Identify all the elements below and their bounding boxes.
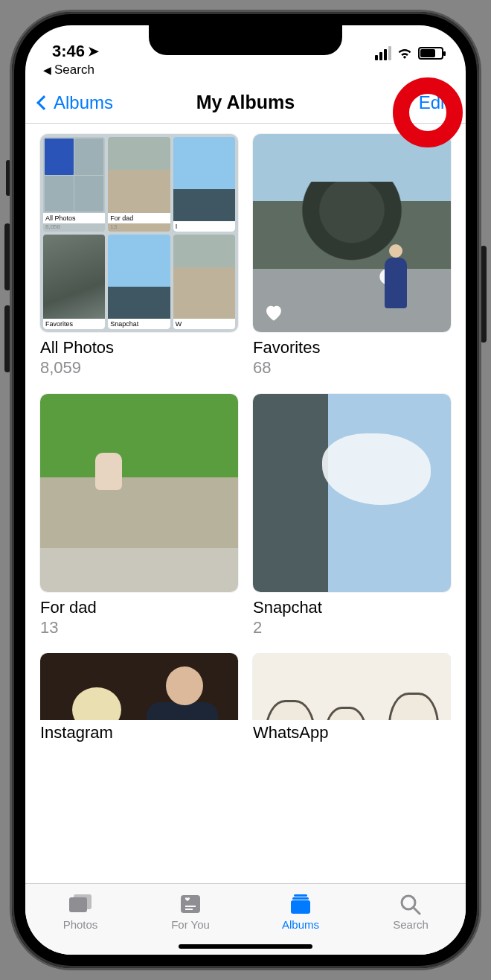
album-title: All Photos	[40, 338, 238, 357]
albums-grid[interactable]: All Photos8,058 For dad13 I Favorites Sn…	[25, 124, 466, 880]
page-title: My Albums	[196, 92, 295, 113]
back-button[interactable]: Albums	[39, 92, 113, 113]
power-button	[481, 246, 487, 343]
album-thumbnail	[253, 134, 451, 332]
album-count: 2	[253, 617, 451, 639]
tab-label: Albums	[282, 918, 319, 931]
album-thumbnail	[253, 653, 451, 720]
svg-rect-3	[294, 894, 307, 897]
album-thumbnail: All Photos8,058 For dad13 I Favorites Sn…	[40, 134, 238, 332]
album-thumbnail	[40, 653, 238, 720]
tab-albums[interactable]: Albums	[246, 884, 356, 940]
album-title: Favorites	[253, 338, 451, 357]
album-count: 13	[40, 617, 238, 639]
album-title: Instagram	[40, 723, 238, 742]
tab-photos[interactable]: Photos	[25, 884, 135, 940]
album-title: Snapchat	[253, 598, 451, 617]
albums-icon	[288, 893, 313, 915]
volume-up-button	[4, 223, 10, 290]
breadcrumb[interactable]: ◀ Search	[25, 63, 466, 82]
tab-foryou[interactable]: For You	[135, 884, 246, 940]
phone-frame: 3:46 ➤ ◀ Search Albums My Al	[12, 12, 479, 968]
chevron-left-icon	[36, 95, 51, 110]
svg-rect-4	[292, 897, 309, 900]
album-item[interactable]: For dad 13	[40, 394, 238, 639]
tab-bar: Photos For You Albums Search	[25, 883, 466, 955]
photos-icon	[68, 893, 93, 915]
location-icon: ➤	[88, 43, 99, 60]
volume-down-button	[4, 305, 10, 372]
album-item[interactable]: Favorites 68	[253, 134, 451, 379]
nav-bar: Albums My Albums Edit	[25, 82, 466, 124]
breadcrumb-back-icon: ◀	[43, 64, 51, 76]
album-count: 8,059	[40, 357, 238, 379]
svg-rect-2	[181, 895, 200, 913]
back-label: Albums	[54, 92, 113, 113]
foryou-icon	[178, 893, 203, 915]
status-time: 3:46	[52, 42, 85, 61]
battery-icon	[418, 47, 443, 60]
silence-switch	[6, 160, 10, 196]
cellular-signal-icon	[375, 46, 391, 60]
home-indicator[interactable]	[179, 944, 312, 949]
tab-label: Search	[393, 918, 429, 931]
svg-rect-1	[74, 894, 92, 909]
tab-label: For You	[171, 918, 210, 931]
tab-search[interactable]: Search	[356, 884, 466, 940]
breadcrumb-label: Search	[54, 63, 94, 77]
album-thumbnail	[40, 394, 238, 592]
album-title: WhatsApp	[253, 723, 451, 742]
album-item[interactable]: Instagram	[40, 653, 238, 720]
edit-button[interactable]: Edit	[419, 92, 449, 113]
search-icon	[398, 893, 423, 915]
album-item[interactable]: All Photos8,058 For dad13 I Favorites Sn…	[40, 134, 238, 379]
svg-rect-5	[291, 900, 310, 914]
svg-line-7	[414, 908, 420, 914]
heart-icon	[263, 302, 284, 323]
album-thumbnail	[253, 394, 451, 592]
screen: 3:46 ➤ ◀ Search Albums My Al	[25, 25, 466, 955]
notch	[149, 25, 342, 55]
tab-label: Photos	[63, 918, 98, 931]
album-item[interactable]: Snapchat 2	[253, 394, 451, 639]
album-count: 68	[253, 357, 451, 379]
album-title: For dad	[40, 598, 238, 617]
album-item[interactable]: WhatsApp	[253, 653, 451, 720]
wifi-icon	[396, 45, 414, 61]
